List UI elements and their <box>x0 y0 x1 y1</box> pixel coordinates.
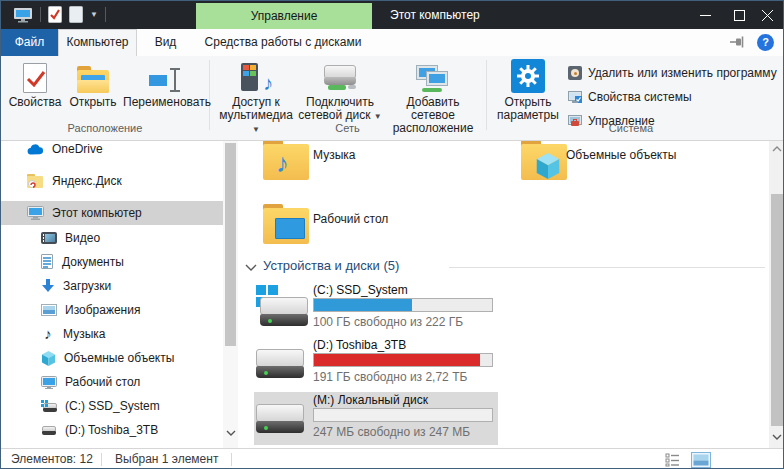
drive-icon <box>256 404 304 438</box>
tab-view[interactable]: Вид <box>137 29 194 56</box>
uninstall-program-icon <box>567 65 583 81</box>
sidebar-item-label: (C:) SSD_System <box>65 399 160 413</box>
explorer-window: ▼ Управление Этот компьютер Файл Компьют… <box>0 0 784 469</box>
rename-button[interactable]: Переименовать <box>123 59 209 109</box>
toolbar-separator <box>105 7 106 22</box>
details-view-button[interactable] <box>665 452 681 469</box>
properties-icon <box>7 59 63 93</box>
map-network-drive-button[interactable]: Подключить сетевой диск ▼ <box>297 59 383 123</box>
network-drive-icon <box>297 59 383 93</box>
drive-free-space: 247 МБ свободно из 247 МБ <box>313 425 470 439</box>
sidebar-item-label: Документы <box>62 255 124 269</box>
drive-free-space: 191 ГБ свободно из 2,72 ТБ <box>313 370 467 384</box>
sidebar-item-label: Объемные объекты <box>64 351 174 365</box>
sidebar-item-videos[interactable]: Видео <box>1 226 223 250</box>
sidebar-item-music[interactable]: ♪ Музыка <box>1 322 223 346</box>
sidebar-item-documents[interactable]: Документы <box>1 250 223 274</box>
qat-dropdown-icon[interactable]: ▼ <box>90 10 98 19</box>
new-folder-quick-icon[interactable] <box>69 6 83 23</box>
folder-label-music[interactable]: Музыка <box>313 148 355 162</box>
help-button[interactable]: ? <box>757 34 774 51</box>
status-separator <box>101 453 102 466</box>
tab-disk-tools[interactable]: Средства работы с дисками <box>194 29 372 56</box>
drive-name: (D:) Toshiba_3TB <box>313 338 406 352</box>
drive-icon <box>260 297 308 331</box>
thumbnails-view-button[interactable] <box>691 452 711 469</box>
pin-ribbon-icon[interactable] <box>729 35 745 52</box>
drive-item-m[interactable]: (M:) Локальный диск 247 МБ свободно из 2… <box>254 392 498 445</box>
window-title: Этот компьютер <box>390 1 480 29</box>
drive-item-d[interactable]: (D:) Toshiba_3TB 191 ГБ свободно из 2,72… <box>254 337 498 390</box>
music-note-icon: ♪ <box>276 148 289 179</box>
drive-usage-bar <box>313 298 493 312</box>
drive-item-c[interactable]: (C:) SSD_System 100 ГБ свободно из 222 Г… <box>254 282 498 335</box>
sidebar-item-onedrive[interactable]: OneDrive <box>1 141 223 161</box>
selection-count: Выбран 1 элемент <box>115 449 218 469</box>
media-access-icon: ♪ <box>215 59 297 93</box>
status-separator <box>231 453 232 466</box>
main-scrollbar-thumb[interactable] <box>771 194 783 426</box>
minimize-button[interactable] <box>689 1 721 29</box>
sidebar-item-label: Изображения <box>65 303 140 317</box>
sidebar-scrollbar-thumb[interactable] <box>225 143 236 346</box>
sidebar-item-downloads[interactable]: Загрузки <box>1 274 223 298</box>
folder-icon-desktop[interactable] <box>263 204 309 244</box>
properties-quick-icon[interactable] <box>48 6 62 23</box>
open-button[interactable]: Открыть <box>63 59 123 109</box>
open-settings-button[interactable]: Открыть параметры <box>493 59 563 122</box>
sidebar-scrollbar[interactable] <box>223 141 238 448</box>
folder-icon-3d-objects[interactable] <box>521 141 567 180</box>
properties-button[interactable]: Свойства <box>7 59 63 109</box>
tab-file[interactable]: Файл <box>1 29 58 56</box>
scroll-up-icon[interactable] <box>772 145 782 153</box>
section-header-devices[interactable]: Устройства и диски (5) <box>263 258 399 273</box>
folder-icon-music[interactable]: ♪ <box>263 141 309 180</box>
sidebar-item-drive-d[interactable]: (D:) Toshiba_3TB <box>1 418 223 442</box>
desktop-icon <box>41 376 57 389</box>
network-location-icon <box>383 59 483 93</box>
status-bar: Элементов: 12 Выбран 1 элемент <box>1 448 784 469</box>
system-properties-button[interactable]: Свойства системы <box>567 87 779 107</box>
scroll-down-icon[interactable] <box>226 429 236 437</box>
contextual-tab-header: Управление <box>196 3 372 29</box>
sidebar-item-drive-c[interactable]: (C:) SSD_System <box>1 394 223 418</box>
drive-icon <box>256 349 304 383</box>
videos-icon <box>41 232 57 244</box>
sidebar-item-label: Рабочий стол <box>65 375 140 389</box>
ribbon: Свойства Открыть <box>1 56 784 141</box>
sidebar-item-label: Загрузки <box>63 279 111 293</box>
sidebar-item-yandex-disk[interactable]: Яндекс.Диск <box>1 169 223 193</box>
content-area: OneDrive Яндекс.Диск Этот комп <box>1 141 784 448</box>
settings-gear-icon <box>493 59 563 93</box>
drive-name: (C:) SSD_System <box>313 283 408 297</box>
drive-d-icon <box>41 425 57 436</box>
desktop-screen-icon <box>275 218 305 239</box>
yandex-disk-icon <box>27 174 44 188</box>
items-count: Элементов: 12 <box>11 449 93 469</box>
dropdown-arrow-icon: ▼ <box>374 112 382 121</box>
section-collapse-icon[interactable] <box>245 263 257 272</box>
sidebar-item-3d-objects[interactable]: Объемные объекты <box>1 346 223 370</box>
folder-label-desktop[interactable]: Рабочий стол <box>313 212 388 226</box>
title-bar: ▼ Управление Этот компьютер <box>1 1 784 29</box>
quick-access-toolbar: ▼ <box>13 6 106 23</box>
folder-label-3d-objects[interactable]: Объемные объекты <box>566 148 676 162</box>
drive-usage-bar <box>313 408 493 422</box>
drive-usage-bar <box>313 353 493 367</box>
sidebar-item-this-pc[interactable]: Этот компьютер <box>1 201 223 225</box>
tab-computer[interactable]: Компьютер <box>58 29 137 56</box>
scroll-down-icon[interactable] <box>772 433 782 441</box>
cube-3d-icon <box>41 351 56 366</box>
documents-icon <box>41 254 54 270</box>
main-scrollbar[interactable] <box>769 141 784 448</box>
cube-3d-icon <box>535 152 561 180</box>
downloads-icon <box>41 279 55 294</box>
drive-free-space: 100 ГБ свободно из 222 ГБ <box>313 315 463 329</box>
onedrive-cloud-icon <box>27 144 44 155</box>
open-folder-icon <box>63 59 123 93</box>
sidebar-item-desktop[interactable]: Рабочий стол <box>1 370 223 394</box>
this-pc-icon[interactable] <box>13 7 33 23</box>
uninstall-program-button[interactable]: Удалить или изменить программу <box>567 63 779 83</box>
close-button[interactable] <box>751 1 783 29</box>
sidebar-item-pictures[interactable]: Изображения <box>1 298 223 322</box>
